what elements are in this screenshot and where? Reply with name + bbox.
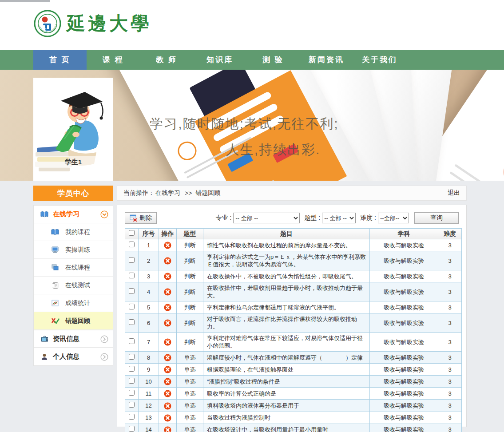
filter-difficulty-select[interactable]: --全部--: [378, 213, 409, 223]
main-nav: 首 页课 程教 师知识库测 验新闻资讯关于我们: [0, 50, 504, 70]
site-header: YANBIAN UNIVERSITY 延邊大學: [0, 0, 504, 50]
breadcrumb-parent[interactable]: 在线学习: [155, 189, 180, 197]
seq-cell: 9: [139, 364, 159, 376]
select-all-checkbox[interactable]: [129, 230, 135, 236]
sidebar-subitem[interactable]: 错题回顾: [34, 312, 113, 330]
banner: 学习,随时随地;考试,无往不利; 人生,持续出彩.: [0, 70, 504, 181]
scroll-icon: [51, 282, 60, 289]
row-checkbox[interactable]: [129, 354, 135, 360]
delete-x-icon[interactable]: [164, 273, 171, 280]
op-cell: [159, 301, 177, 313]
question-cell[interactable]: 在吸收操作中，不被吸收的气体为惰性组分，即吸收尾气。: [203, 270, 370, 282]
university-logo[interactable]: YANBIAN UNIVERSITY 延邊大學: [34, 10, 152, 37]
nav-item[interactable]: 关于我们: [353, 50, 406, 70]
nav-item[interactable]: 教 师: [140, 50, 193, 70]
table-row: 9单选根据双膜理论，在气液接触界面处吸收与解吸实验3: [125, 364, 462, 376]
table-row: 4判断在吸收操作中，若吸收剂用量趋于最小时，吸收推动力趋于最大。吸收与解吸实验3: [125, 282, 462, 301]
sidebar-subitem[interactable]: 我的课程: [34, 223, 113, 241]
sidebar-subitem[interactable]: 在线课程: [34, 259, 113, 277]
delete-x-icon[interactable]: [164, 257, 171, 265]
sidebar-item[interactable]: 个人信息: [34, 348, 113, 365]
question-cell[interactable]: “液膜控制”吸收过程的条件是: [203, 376, 370, 388]
table-row: 12单选填料吸收塔内的液体再分布器是用于吸收与解吸实验3: [125, 400, 462, 412]
sidebar-item-online-learning[interactable]: 在线学习: [34, 206, 113, 223]
delete-x-icon[interactable]: [164, 354, 171, 361]
nav-item[interactable]: 知识库: [193, 50, 246, 70]
row-checkbox[interactable]: [129, 414, 135, 420]
delete-x-icon[interactable]: [164, 390, 171, 397]
search-button-label: 查询: [430, 214, 443, 222]
exit-link[interactable]: 退出: [448, 189, 460, 197]
row-checkbox-cell: [125, 424, 139, 432]
subject-cell: 吸收与解吸实验: [370, 376, 438, 388]
question-cell[interactable]: 对于吸收而言，逆流操作比并流操作课获得较大的吸收推动力。: [203, 313, 370, 333]
row-checkbox[interactable]: [129, 402, 135, 408]
question-cell[interactable]: 在吸收操作中，若吸收剂用量趋于最小时，吸收推动力趋于最大。: [203, 282, 370, 301]
delete-x-icon[interactable]: [164, 242, 171, 249]
delete-x-icon[interactable]: [164, 366, 171, 373]
question-cell[interactable]: 亨利定律和拉乌尔定律都适用于稀溶液的气液平衡。: [203, 301, 370, 313]
row-checkbox[interactable]: [129, 304, 135, 309]
chevron-right-icon[interactable]: [100, 353, 108, 363]
column-header: 题目: [203, 229, 370, 239]
delete-x-icon[interactable]: [164, 426, 171, 432]
row-checkbox[interactable]: [129, 288, 135, 294]
chevron-right-icon[interactable]: [100, 335, 108, 345]
sidebar-subitem[interactable]: 实操训练: [34, 241, 113, 259]
sidebar-menu: 在线学习我的课程实操训练在线课程在线测试成绩统计错题回顾资讯信息个人信息: [33, 205, 113, 366]
nav-item[interactable]: 课 程: [87, 50, 140, 70]
type-cell: 判断: [177, 239, 203, 251]
delete-x-icon[interactable]: [164, 402, 171, 410]
filter-type-select[interactable]: -- 全部 --: [322, 213, 356, 223]
row-checkbox[interactable]: [129, 338, 135, 344]
table-row: 6判断对于吸收而言，逆流操作比并流操作课获得较大的吸收推动力。吸收与解吸实验3: [125, 313, 462, 333]
chevron-down-icon[interactable]: [100, 210, 108, 220]
row-checkbox[interactable]: [129, 319, 135, 325]
question-cell[interactable]: 溶解度较小时，气体在液相中的溶解度遵守（ ）定律: [203, 352, 370, 364]
filter-major-select[interactable]: -- 全部 --: [233, 213, 300, 223]
op-cell: [159, 412, 177, 424]
delete-x-icon[interactable]: [164, 319, 171, 327]
row-checkbox[interactable]: [129, 257, 135, 263]
search-button[interactable]: 查询: [414, 212, 459, 224]
difficulty-cell: 3: [438, 313, 462, 333]
question-cell[interactable]: 填料吸收塔内的液体再分布器是用于: [203, 400, 370, 412]
sidebar-title: 学员中心: [33, 186, 113, 201]
nav-item[interactable]: 首 页: [33, 50, 87, 70]
row-checkbox[interactable]: [129, 366, 135, 372]
nav-item[interactable]: 新闻资讯: [300, 50, 353, 70]
table-delete-icon: [130, 214, 137, 222]
question-cell[interactable]: 惰性气体和吸收剂在吸收过程的前后的摩尔量是不变的。: [203, 239, 370, 251]
delete-x-icon[interactable]: [164, 338, 171, 346]
question-cell[interactable]: 吸收率的计算公式正确的是: [203, 388, 370, 400]
row-checkbox[interactable]: [129, 426, 135, 432]
sidebar-item[interactable]: 资讯信息: [34, 330, 113, 348]
sidebar-subitem[interactable]: 成绩统计: [34, 294, 113, 312]
sidebar-subitem-label: 成绩统计: [65, 299, 90, 307]
seq-cell: 4: [139, 282, 159, 301]
sidebar-subitem[interactable]: 在线测试: [34, 277, 113, 294]
question-cell[interactable]: 在吸收塔设计中，当吸收剂用量趋于最小用量时: [203, 424, 370, 432]
question-cell[interactable]: 当吸收过程为液膜控制时: [203, 412, 370, 424]
nav-item[interactable]: 测 验: [246, 50, 300, 70]
delete-x-icon[interactable]: [164, 304, 171, 311]
row-checkbox[interactable]: [129, 242, 135, 247]
row-checkbox[interactable]: [129, 378, 135, 384]
delete-x-icon[interactable]: [164, 414, 171, 422]
delete-x-icon[interactable]: [164, 288, 171, 296]
difficulty-cell: 3: [438, 251, 462, 270]
question-cell[interactable]: 根据双膜理论，在气液接触界面处: [203, 364, 370, 376]
question-cell[interactable]: 亨利定律对难溶气体在常压下较适应，对易溶气体仅适用于很小的范围。: [203, 333, 370, 352]
row-checkbox[interactable]: [129, 273, 135, 278]
review-icon: [51, 317, 60, 324]
row-checkbox-cell: [125, 364, 139, 376]
question-table-header: 序号操作题型题目学科难度: [125, 229, 462, 239]
question-cell[interactable]: 亨利定律的表达式之一为p＝Ｅｘ，若某气体在水中的亨利系数Ｅ值很大，说明该气体为易…: [203, 251, 370, 270]
student-profile-card[interactable]: 学生1: [33, 78, 113, 181]
row-checkbox[interactable]: [129, 390, 135, 396]
delete-x-icon[interactable]: [164, 378, 171, 385]
type-cell: 单选: [177, 376, 203, 388]
table-row: 7判断亨利定律对难溶气体在常压下较适应，对易溶气体仅适用于很小的范围。吸收与解吸…: [125, 333, 462, 352]
delete-button[interactable]: 删除: [125, 212, 157, 224]
person-icon: [40, 353, 49, 360]
